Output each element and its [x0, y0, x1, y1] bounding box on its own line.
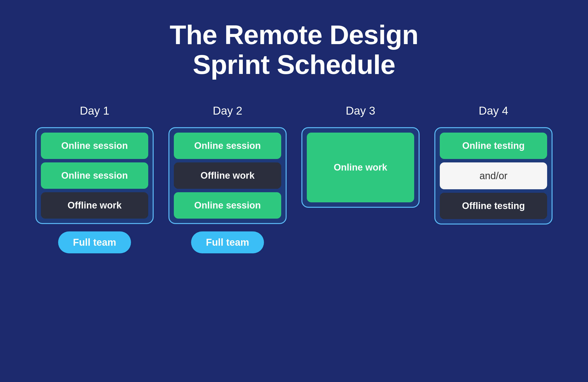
- day-2-card: Online session Offline work Online sessi…: [168, 127, 287, 224]
- day4-block-1: Online testing: [440, 133, 547, 159]
- day-1-label: Day 1: [80, 104, 109, 117]
- day1-block-3: Offline work: [41, 192, 148, 219]
- day2-block-1: Online session: [174, 133, 281, 159]
- day2-badge: Full team: [191, 231, 264, 253]
- day-3-card: Online work: [301, 127, 420, 208]
- day2-block-2: Offline work: [174, 162, 281, 189]
- day-4-label: Day 4: [479, 104, 508, 117]
- day-3-label: Day 3: [346, 104, 375, 117]
- page-title: The Remote Design Sprint Schedule: [170, 20, 418, 79]
- day-1-card: Online session Online session Offline wo…: [36, 127, 154, 224]
- day-4-column: Day 4 Online testing and/or Offline test…: [434, 104, 552, 225]
- day1-badge: Full team: [58, 231, 131, 253]
- day-1-column: Day 1 Online session Online session Offl…: [36, 104, 154, 253]
- day3-block-1: Online work: [307, 133, 414, 202]
- day1-block-1: Online session: [41, 133, 148, 159]
- day4-block-3: Offline testing: [440, 193, 547, 219]
- day-2-label: Day 2: [213, 104, 242, 117]
- day2-block-3: Online session: [174, 192, 281, 219]
- day-3-column: Day 3 Online work: [301, 104, 420, 208]
- day-4-card: Online testing and/or Offline testing: [434, 127, 552, 225]
- day-2-column: Day 2 Online session Offline work Online…: [168, 104, 287, 253]
- day1-block-2: Online session: [41, 162, 148, 189]
- day4-block-2: and/or: [440, 162, 547, 189]
- schedule-grid: Day 1 Online session Online session Offl…: [36, 104, 552, 253]
